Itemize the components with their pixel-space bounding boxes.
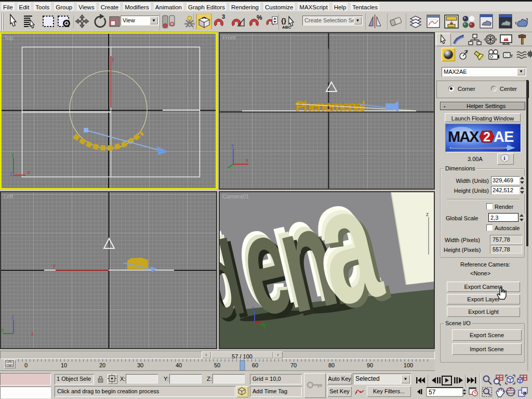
svg-text:y: y	[1, 327, 4, 332]
svg-text:%: %	[257, 14, 262, 21]
svg-text:y: y	[53, 263, 56, 269]
svg-text:z: z	[10, 171, 12, 177]
svg-text:z: z	[426, 211, 429, 217]
svg-text:40: 40	[176, 362, 182, 368]
svg-text:{}: {}	[281, 17, 286, 24]
svg-text:y: y	[112, 56, 114, 62]
svg-text:z: z	[11, 314, 14, 320]
svg-text:60: 60	[252, 362, 258, 368]
svg-text:AE: AE	[494, 128, 514, 145]
svg-text:50: 50	[214, 362, 220, 368]
svg-text:i: i	[504, 155, 506, 161]
svg-text:x: x	[31, 331, 34, 337]
svg-text:20: 20	[99, 362, 105, 368]
svg-text:y: y	[263, 324, 266, 329]
svg-text:x: x	[28, 169, 30, 175]
svg-text:z: z	[231, 143, 234, 149]
svg-text:70: 70	[290, 362, 297, 368]
svg-text:10: 10	[61, 362, 67, 368]
svg-text:z: z	[252, 305, 255, 311]
svg-text:y: y	[11, 152, 14, 157]
svg-text:z: z	[330, 107, 332, 112]
svg-text:3: 3	[222, 14, 225, 20]
svg-text:MAX: MAX	[448, 128, 480, 145]
svg-text:80: 80	[328, 362, 335, 368]
svg-text:100: 100	[404, 362, 413, 368]
svg-text:90: 90	[367, 362, 373, 368]
svg-text:x: x	[246, 157, 248, 163]
svg-text:ABC: ABC	[282, 25, 291, 30]
svg-text:57: 57	[429, 389, 436, 396]
svg-text:0: 0	[24, 362, 28, 368]
svg-text:2: 2	[483, 129, 490, 144]
svg-text:30: 30	[137, 362, 143, 368]
